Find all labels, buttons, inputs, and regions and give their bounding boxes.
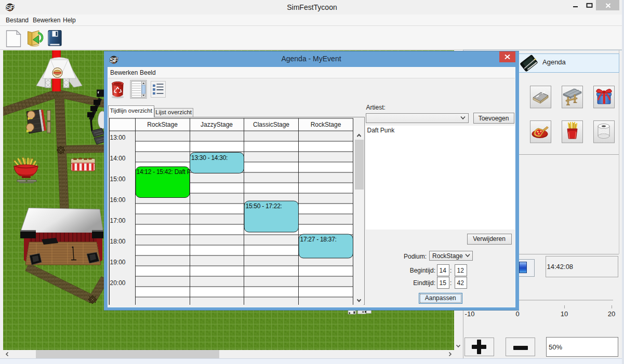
svg-text:SF: SF bbox=[6, 4, 14, 11]
